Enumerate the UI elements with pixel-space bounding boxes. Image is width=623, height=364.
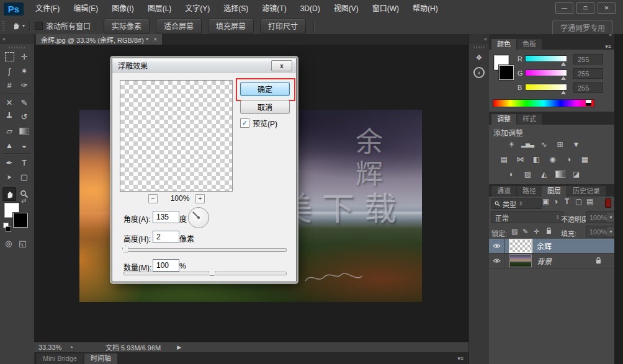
layer-name[interactable]: 背景 <box>537 255 552 266</box>
threshold-icon[interactable]: ◭ <box>537 169 550 179</box>
channel-b-thumb[interactable] <box>561 91 566 94</box>
layer-thumbnail-transparent[interactable] <box>509 239 532 252</box>
amount-slider-thumb[interactable] <box>208 269 215 276</box>
shape-tool[interactable]: ▢ <box>17 170 31 184</box>
channel-b-slider[interactable] <box>525 84 567 91</box>
type-tool[interactable]: T <box>17 156 31 169</box>
channel-g-slider[interactable] <box>525 69 567 76</box>
menu-image[interactable]: 图像(I) <box>105 0 140 17</box>
invert-icon[interactable]: ◐ <box>505 169 518 179</box>
dodge-tool[interactable]: ◒ <box>17 138 31 152</box>
spot-healing-brush-tool[interactable]: ✕ <box>2 95 16 109</box>
channel-r-slider[interactable] <box>525 55 567 62</box>
print-size-button[interactable]: 打印尺寸 <box>260 19 306 33</box>
tab-swatches[interactable]: 色板 <box>517 39 542 50</box>
document-tab-close-icon[interactable]: × <box>153 36 157 43</box>
channel-mixer-icon[interactable]: ◑ <box>562 154 575 164</box>
black-white-icon[interactable]: ◧ <box>530 154 543 164</box>
zoom-level[interactable]: 33.33% <box>38 344 61 351</box>
height-input[interactable]: 2 <box>153 231 179 243</box>
menu-type[interactable]: 文字(Y) <box>178 0 217 17</box>
swap-colors-icon[interactable]: ⇄ <box>21 197 26 204</box>
path-selection-tool[interactable]: ➤ <box>2 170 16 184</box>
history-brush-tool[interactable]: ↺ <box>17 110 31 123</box>
tab-mini-bridge[interactable]: Mini Bridge <box>37 353 83 364</box>
document-tab[interactable]: 余辉.jpg @ 33.3% (余辉, RGB/8#) * × <box>36 34 162 45</box>
vibrance-icon[interactable]: ▼ <box>570 140 583 149</box>
layer-row-background[interactable]: 背景 <box>489 254 614 269</box>
maximize-button[interactable]: □ <box>576 2 594 14</box>
hand-tool-selected[interactable] <box>2 187 16 201</box>
filter-adjustment-layers-icon[interactable]: ◑ <box>554 197 558 206</box>
dock-expand-icon[interactable]: « <box>469 34 490 44</box>
color-balance-icon[interactable]: ⋈ <box>514 154 527 164</box>
scroll-all-windows-checkbox[interactable] <box>35 22 43 30</box>
tab-timeline[interactable]: 时间轴 <box>84 353 117 364</box>
menu-3d[interactable]: 3D(D) <box>294 0 327 17</box>
fit-screen-button[interactable]: 适合屏幕 <box>156 19 202 33</box>
current-tool-hand[interactable]: ▾ <box>11 21 25 30</box>
channel-g-thumb[interactable] <box>561 76 566 80</box>
photo-filter-icon[interactable]: ◉ <box>546 154 559 164</box>
color-panel-menu-icon[interactable]: ▾≡ <box>605 43 611 50</box>
channel-b-value[interactable]: 255 <box>573 82 603 93</box>
height-slider-track[interactable] <box>123 248 287 252</box>
tools-panel-collapse-icon[interactable]: « <box>0 34 34 44</box>
layer-filter-type-dropdown[interactable]: 类型 ⇕ <box>491 198 542 209</box>
menu-select[interactable]: 选择(S) <box>217 0 255 17</box>
channel-r-thumb[interactable] <box>561 62 566 66</box>
background-color-swatch[interactable] <box>13 213 28 228</box>
preview-checkbox[interactable]: ✓ <box>240 118 249 128</box>
info-panel-icon[interactable]: i <box>472 66 486 79</box>
menu-help[interactable]: 帮助(H) <box>406 0 445 17</box>
hue-saturation-icon[interactable]: ▤ <box>498 154 511 164</box>
selective-color-icon[interactable]: ◪ <box>570 169 583 179</box>
opacity-value[interactable]: 100% ▾ <box>586 211 616 223</box>
gradient-tool[interactable] <box>17 124 31 138</box>
crop-tool[interactable]: # <box>2 78 16 92</box>
fill-screen-button[interactable]: 填充屏幕 <box>208 19 254 33</box>
lock-paint-icon[interactable]: ✎ <box>522 228 528 236</box>
ok-button[interactable]: 确定 <box>240 82 290 96</box>
eyedropper-tool[interactable]: ✑ <box>17 78 31 92</box>
amount-slider-track[interactable] <box>123 272 287 275</box>
layer-visibility-toggle[interactable] <box>489 239 504 253</box>
color-lookup-icon[interactable]: ▦ <box>578 154 591 164</box>
quick-mask-button[interactable]: ◎ <box>5 239 12 248</box>
eraser-tool[interactable]: ▱ <box>2 124 16 138</box>
menu-file[interactable]: 文件(F) <box>29 0 66 17</box>
pen-tool[interactable]: ✒ <box>2 156 16 169</box>
filter-type-layers-icon[interactable]: T <box>565 197 569 206</box>
cancel-button[interactable]: 取消 <box>240 100 290 114</box>
lock-transparency-icon[interactable]: ▨ <box>511 228 518 236</box>
move-tool[interactable]: ✛ <box>17 50 31 63</box>
fill-value[interactable]: 100% ▾ <box>586 226 616 237</box>
magic-wand-tool[interactable]: ✶ <box>17 64 31 78</box>
clone-stamp-tool[interactable]: ┻ <box>2 110 16 123</box>
properties-panel-icon[interactable]: ❖ <box>472 51 486 64</box>
dialog-title-bar[interactable]: 浮雕效果 <box>112 58 296 73</box>
menu-filter[interactable]: 滤镜(T) <box>255 0 293 17</box>
posterize-icon[interactable]: ▨ <box>521 169 534 179</box>
tab-layers[interactable]: 图层 <box>542 186 567 197</box>
status-expand-arrow-icon[interactable]: ▶ <box>177 344 181 350</box>
screen-mode-button[interactable]: ◱ <box>19 239 26 248</box>
blur-tool[interactable]: ▲ <box>2 138 16 152</box>
menu-window[interactable]: 窗口(W) <box>365 0 406 17</box>
timeline-panel-menu-icon[interactable]: ▾≡ <box>457 355 464 362</box>
panel-collapse-icon[interactable]: » <box>609 32 612 38</box>
filter-smart-objects-icon[interactable]: ▤ <box>586 197 593 206</box>
rectangular-marquee-tool[interactable] <box>2 50 16 63</box>
tab-adjustments[interactable]: 调整 <box>491 114 516 125</box>
layer-row-yuhui[interactable]: 余辉 <box>489 239 614 254</box>
tab-paths[interactable]: 路径 <box>517 186 542 197</box>
menu-view[interactable]: 视图(V) <box>327 0 365 17</box>
tab-styles[interactable]: 样式 <box>517 114 542 125</box>
preview-zoom-in-button[interactable]: + <box>195 194 205 203</box>
color-bg-swatch[interactable] <box>499 65 514 80</box>
close-button[interactable]: ✕ <box>598 2 616 14</box>
preview-zoom-out-button[interactable]: − <box>148 194 158 203</box>
color-spectrum-ramp[interactable] <box>493 99 594 107</box>
brush-tool[interactable]: ✎ <box>17 95 31 109</box>
lasso-tool[interactable]: ʃ <box>2 64 16 78</box>
